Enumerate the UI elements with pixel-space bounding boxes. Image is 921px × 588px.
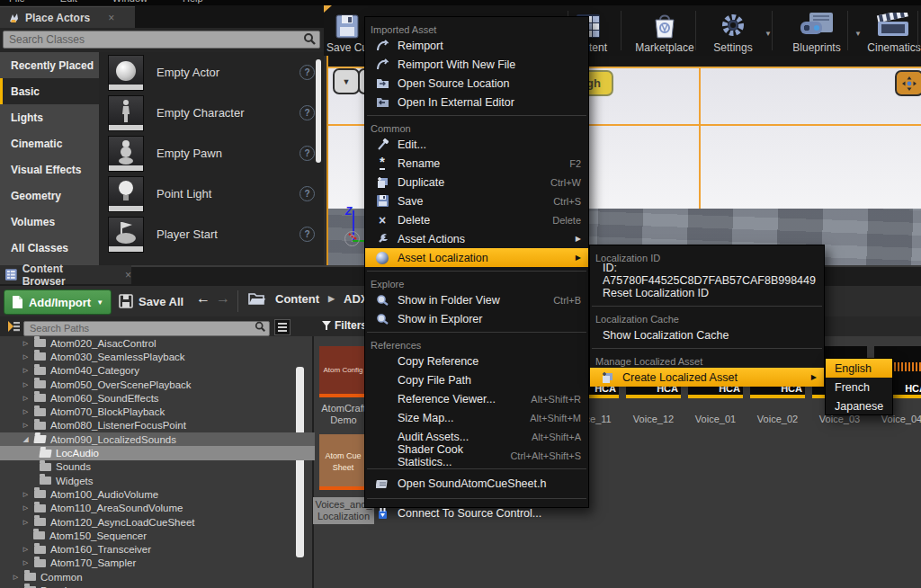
help-icon[interactable]: ? [300,227,315,242]
gear-icon [719,13,747,40]
menu-item-rename[interactable]: * Rename F2 [365,154,588,173]
menu-item-open-source-location[interactable]: Open Source Location [365,74,588,93]
category-visual-effects[interactable]: Visual Effects [0,156,99,183]
menu-file[interactable]: File [9,0,25,4]
tree-item[interactable]: ▷Atom030_SeamlessPlayback [0,350,315,363]
category-geometry[interactable]: Geometry [0,183,99,209]
menu-item-shader-cook-statistics[interactable]: Shader Cook Statistics... Ctrl+Alt+Shift… [365,446,588,465]
blueprints-button[interactable]: Blueprints ▼ [781,7,853,54]
forward-arrow-button[interactable]: → [216,290,230,307]
move-arrows-icon [902,76,917,91]
save-current-button[interactable]: Save Cu [326,7,369,54]
menu-item-create-localized-asset[interactable]: Create Localized Asset ▶ [590,368,824,387]
place-item-empty-pawn[interactable]: Empty Pawn ? [99,133,324,174]
menu-section-header: Common [365,120,588,135]
close-icon[interactable]: × [125,269,131,281]
content-browser-tab[interactable]: Content Browser × [0,265,131,284]
place-actors-tab[interactable]: Place Actors × [0,6,135,28]
tree-item[interactable]: ▷Atom070_BlockPlayback [0,405,315,418]
pan-tool-button[interactable] [895,70,921,96]
menu-item-duplicate[interactable]: Duplicate Ctrl+W [365,173,588,192]
help-icon[interactable]: ? [300,146,315,161]
tree-item[interactable]: Widgets [0,474,315,487]
menu-window[interactable]: Window [112,0,148,4]
filter-funnel-icon [322,321,331,330]
menu-item-show-in-explorer[interactable]: Show in Explorer [365,309,588,328]
category-all-classes[interactable]: All Classes [0,235,99,261]
tree-item[interactable]: ▷Atom080_ListenerFocusPoint [0,419,315,432]
category-cinematic[interactable]: Cinematic [0,130,99,156]
search-paths-input[interactable] [23,321,270,336]
tree-item[interactable]: ▷Atom040_Category [0,364,315,378]
search-classes-input[interactable] [3,31,320,49]
menu-item-copy-file-path[interactable]: Copy File Path [365,370,588,389]
marketplace-button[interactable]: Marketplace [626,7,703,54]
menu-item-reimport-with-new-file[interactable]: Reimport With New File [365,55,588,74]
asset-tile-atom-cue-sheet[interactable]: Atom Cue Sheet [319,434,367,490]
menu-item-copy-reference[interactable]: Copy Reference [365,352,588,370]
menu-help[interactable]: Help [183,0,203,4]
tree-item[interactable]: ▷Atom060_SoundEffects [0,391,315,405]
breadcrumb-root[interactable]: Content [275,292,319,306]
menu-item-show-localization-cache[interactable]: Show Localization Cache [590,325,824,344]
menu-item-asset-actions[interactable]: Asset Actions ▶ [365,229,588,248]
asset-label[interactable]: Voice_02 [747,414,809,424]
asset-label[interactable]: Voice_12 [622,414,684,424]
tree-item[interactable]: Sounds [0,460,315,474]
menu-edit[interactable]: Edit [60,0,77,4]
menu-item-reimport[interactable]: Reimport [365,36,588,55]
tree-item-selected[interactable]: ◢Atom090_LocalizedSounds [0,432,315,446]
menu-item-edit[interactable]: Edit... [365,135,588,154]
tree-item[interactable]: ▷Atom170_Sampler [0,557,315,570]
tree-item[interactable]: Atom150_Sequencer [0,529,315,542]
category-basic[interactable]: Basic [0,78,99,104]
collapse-sources-icon[interactable] [4,320,21,333]
place-item-empty-actor[interactable]: Empty Actor ? [99,52,324,93]
asset-label[interactable]: Voice_01 [684,414,747,424]
menu-item-asset-localization[interactable]: Asset Localization ▶ [365,248,588,267]
help-icon[interactable]: ? [300,186,315,201]
menu-item-save[interactable]: Save Ctrl+S [365,192,588,210]
place-item-player-start[interactable]: Player Start ? [99,214,324,254]
menu-item-open-header-file[interactable]: Open SoundAtomCueSheet.h [365,473,588,494]
breadcrumb-separator: ▶ [328,294,335,303]
asset-tile-atom-config[interactable]: Atom Config [319,346,367,397]
view-options-button[interactable] [274,319,291,335]
tree-item[interactable]: ▷Atom120_AsyncLoadCueSheet [0,515,315,529]
viewport-options-button[interactable]: ▼ [333,68,360,94]
save-all-button[interactable]: Save All [119,290,183,313]
tree-item[interactable]: ▷Atom110_AreaSoundVolume [0,502,315,515]
help-icon[interactable]: ? [300,105,315,120]
help-icon[interactable]: ? [300,65,315,80]
menu-item-japanese[interactable]: Japanese [826,396,892,415]
place-actors-scrollbar[interactable] [316,59,321,163]
add-import-button[interactable]: Add/Import ▼ [4,290,112,315]
menu-item-english[interactable]: English [826,359,892,378]
back-arrow-button[interactable]: ← [196,290,210,307]
tree-item[interactable]: ▷Atom050_OverScenePlayback [0,378,315,391]
close-icon[interactable]: × [108,12,114,24]
category-recently-placed[interactable]: Recently Placed [0,52,99,78]
place-item-point-light[interactable]: Point Light ? [99,174,324,214]
tree-item[interactable]: ▷Atom100_AudioVolume [0,487,315,501]
asset-type-bar [319,394,367,397]
viewport-help-icon[interactable]: ? [344,231,360,246]
tree-item[interactable]: ▷Atom160_Transceiver [0,542,315,556]
menu-item-open-in-external-editor[interactable]: Open In External Editor [365,93,588,111]
tree-item[interactable]: ▷Atom020_AisacControl [0,336,315,350]
menu-item-french[interactable]: French [826,378,892,396]
tree-item[interactable]: ▷Common [0,570,315,584]
menu-item-delete[interactable]: × Delete Delete [365,210,588,229]
tree-item-selected[interactable]: LocAudio [0,446,315,459]
tree-item[interactable]: ◢Developers [0,584,315,588]
settings-button[interactable]: Settings ▼ [702,7,765,54]
category-lights[interactable]: Lights [0,104,99,130]
menu-item-reference-viewer[interactable]: Reference Viewer... Alt+Shift+R [365,389,588,408]
menu-item-size-map[interactable]: Size Map... Alt+Shift+M [365,408,588,427]
menu-item-connect-to-source-control[interactable]: Connect To Source Control... [365,503,588,524]
settings-dropdown-caret[interactable]: ▼ [765,30,772,38]
cinematics-button[interactable]: Cinematics ▼ [856,7,921,54]
category-volumes[interactable]: Volumes [0,209,99,235]
menu-item-show-in-folder-view[interactable]: Show in Folder View Ctrl+B [365,290,588,309]
place-item-empty-character[interactable]: Empty Character ? [99,93,324,133]
